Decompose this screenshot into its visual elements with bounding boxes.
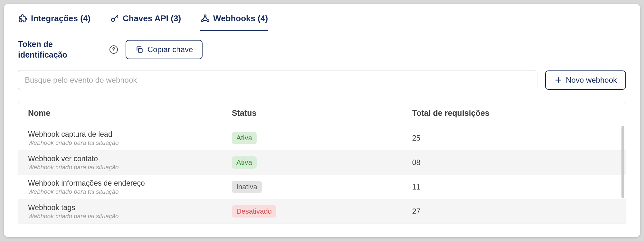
tabs-nav: Integrações (4) Chaves API (3) Webhooks … xyxy=(4,4,640,31)
webhook-icon xyxy=(200,14,210,23)
cell-status: Inativa xyxy=(232,181,412,193)
webhook-desc: Webhook criado para tal situação xyxy=(28,188,232,195)
webhooks-table: Nome Status Total de requisições Webhook… xyxy=(18,100,626,224)
col-status: Status xyxy=(232,108,412,118)
plus-icon xyxy=(554,76,563,84)
webhook-name: Webhook ver contato xyxy=(28,154,232,163)
cell-requests: 11 xyxy=(412,183,616,191)
tab-label: Webhooks (4) xyxy=(213,14,268,23)
token-row: Token de identificação ? Copiar chave xyxy=(4,31,640,70)
webhook-name: Webhook tags xyxy=(28,203,232,212)
status-badge: Desativado xyxy=(232,205,276,218)
col-name: Nome xyxy=(28,108,232,118)
cell-requests: 25 xyxy=(412,134,616,143)
key-icon xyxy=(110,14,119,23)
table-row[interactable]: Webhook tags Webhook criado para tal sit… xyxy=(18,199,626,224)
cell-requests: 08 xyxy=(412,158,616,167)
search-row: Novo webhook xyxy=(4,70,640,100)
table-row[interactable]: Wehbook informações de endereço Webhook … xyxy=(18,175,626,199)
cell-requests: 27 xyxy=(412,207,616,216)
webhook-desc: Webhook criado para tal situação xyxy=(28,139,232,146)
copy-button-label: Copiar chave xyxy=(147,45,193,54)
copy-icon xyxy=(135,45,144,54)
status-badge: Ativa xyxy=(232,156,257,169)
webhook-desc: Webhook criado para tal situação xyxy=(28,213,232,220)
tab-integrations[interactable]: Integrações (4) xyxy=(18,14,90,31)
svg-point-0 xyxy=(111,18,115,21)
col-requests: Total de requisições xyxy=(412,108,616,118)
status-badge: Ativa xyxy=(232,132,257,144)
token-label: Token de identificação xyxy=(18,39,102,60)
webhook-name: Webhook captura de lead xyxy=(28,130,232,139)
scrollbar[interactable] xyxy=(621,126,624,198)
webhooks-panel: Integrações (4) Chaves API (3) Webhooks … xyxy=(4,4,640,237)
cell-name: Webhook ver contato Webhook criado para … xyxy=(28,154,232,171)
tab-webhooks[interactable]: Webhooks (4) xyxy=(200,14,268,31)
tab-label: Chaves API (3) xyxy=(123,14,181,23)
table-header: Nome Status Total de requisições xyxy=(18,100,626,126)
svg-rect-4 xyxy=(138,48,142,52)
tab-label: Integrações (4) xyxy=(31,14,90,23)
cell-name: Wehbook informações de endereço Webhook … xyxy=(28,179,232,195)
help-icon[interactable]: ? xyxy=(109,45,118,54)
webhook-desc: Webhook criado para tal situação xyxy=(28,164,232,171)
tab-api-keys[interactable]: Chaves API (3) xyxy=(110,14,181,31)
search-input[interactable] xyxy=(18,70,537,90)
cell-name: Webhook captura de lead Webhook criado p… xyxy=(28,130,232,146)
table-row[interactable]: Webhook captura de lead Webhook criado p… xyxy=(18,126,626,150)
webhook-name: Wehbook informações de endereço xyxy=(28,179,232,188)
cell-status: Ativa xyxy=(232,156,412,169)
table-row[interactable]: Webhook ver contato Webhook criado para … xyxy=(18,150,626,175)
table-body: Webhook captura de lead Webhook criado p… xyxy=(18,126,626,224)
new-button-label: Novo webhook xyxy=(566,76,617,85)
puzzle-icon xyxy=(18,14,28,23)
cell-name: Webhook tags Webhook criado para tal sit… xyxy=(28,203,232,220)
cell-status: Desativado xyxy=(232,205,412,218)
status-badge: Inativa xyxy=(232,181,262,193)
new-webhook-button[interactable]: Novo webhook xyxy=(545,70,626,90)
copy-key-button[interactable]: Copiar chave xyxy=(126,40,203,59)
cell-status: Ativa xyxy=(232,132,412,144)
